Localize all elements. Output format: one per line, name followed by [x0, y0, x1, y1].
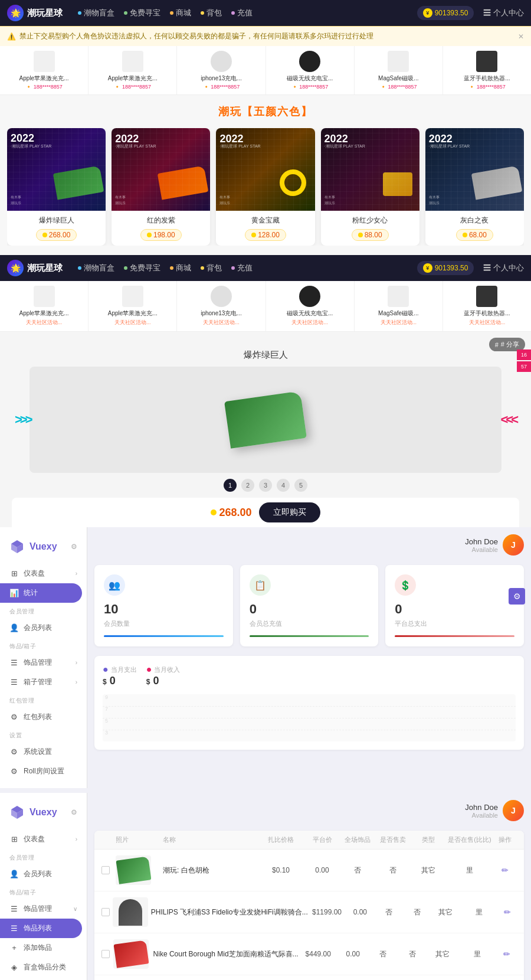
ornament-label-2: 饰品管理: [24, 904, 52, 914]
strip-seller-2: 🔸 188****8857: [195, 84, 248, 90]
fab-settings-button[interactable]: ⚙: [509, 588, 525, 605]
price-badge-4[interactable]: 68.00: [456, 229, 493, 241]
sidebar-stats-1[interactable]: 📊 统计: [0, 583, 82, 603]
price-badge-2[interactable]: 128.00: [245, 229, 286, 241]
strip-item-4[interactable]: MagSafe磁吸... 🔸 188****8857: [355, 46, 443, 94]
card-3[interactable]: 2022 ·潮玩星球 PLAY STAR 有木事 潮玩乐 粉红少女心 88.00: [321, 128, 419, 246]
strip2-item-1[interactable]: Apple苹果激光充... 天天社区活动...: [88, 281, 177, 331]
strip2-item-2[interactable]: iphone13充电... 天天社区活动...: [177, 281, 266, 331]
nav-logo[interactable]: 🌟 潮玩星球: [7, 5, 63, 21]
row2-top: 否: [368, 949, 398, 959]
sidebar-box-1[interactable]: ☰ 箱子管理 ›: [0, 672, 87, 692]
sidebar-settings-icon-1[interactable]: ⚙: [71, 543, 77, 551]
sidebar-settings-icon-2[interactable]: ⚙: [71, 808, 77, 816]
strip-thumb-5: [476, 51, 497, 72]
strip-thumb-1: [122, 51, 143, 72]
nav-coins: ¥ 901393.50: [417, 6, 474, 20]
sidebar-ornament-mgmt-2[interactable]: ☰ 饰品管理 ∨: [0, 899, 87, 919]
header-img: 照片: [116, 835, 163, 844]
admin-sidebar-2: Vuexy ⚙ ⊞ 仪表盘 › 会员管理 👤 会员列表 饰品/箱子 ☰ 饰品管理…: [0, 793, 87, 980]
nav-item-recharge[interactable]: 充值: [231, 8, 253, 18]
sidebar-icon-2[interactable]: 57: [517, 361, 531, 372]
carousel-dot-2[interactable]: 2: [241, 479, 254, 492]
detail-nav-bag[interactable]: 背包: [201, 263, 222, 273]
detail-nav-treasure[interactable]: 免费寻宝: [124, 263, 160, 273]
sidebar-dashboard-1[interactable]: ⊞ 仪表盘 ›: [0, 564, 87, 583]
sidebar-add-item-2[interactable]: + 添加饰品: [0, 938, 87, 958]
sidebar-icon-1[interactable]: 16: [517, 349, 531, 360]
edit-btn-0[interactable]: ✏: [502, 865, 509, 875]
sidebar-member-list-1[interactable]: 👤 会员列表: [0, 618, 87, 638]
chart-income-label: ● 当月收入: [146, 664, 181, 675]
strip-item-3[interactable]: 磁吸无线充电宝... 🔸 188****8857: [266, 46, 355, 94]
strip-item-0[interactable]: Apple苹果激光充... 🔸 188****8857: [0, 46, 88, 94]
card-1[interactable]: 2022 ·潮玩星球 PLAY STAR 有木事 潮玩乐 红的发紫 198.00: [112, 128, 210, 246]
carousel-dot-4[interactable]: 4: [277, 479, 290, 492]
row0-sale: 否: [375, 865, 411, 876]
alert-close-button[interactable]: ✕: [518, 32, 524, 41]
ornament-list-label-2: 饰品列表: [24, 923, 52, 933]
nav-item-bag[interactable]: 背包: [201, 8, 222, 18]
strip2-item-3[interactable]: 磁吸无线充电宝... 天天社区活动...: [266, 281, 355, 331]
carousel-dot-1[interactable]: 1: [224, 479, 237, 492]
sidebar-roll-settings-1[interactable]: ⚙ Roll房间设置: [0, 762, 87, 781]
sidebar-dashboard-2[interactable]: ⊞ 仪表盘 ›: [0, 829, 87, 849]
strip-item-2[interactable]: iphone13充电... 🔸 188****8857: [177, 46, 266, 94]
strip-thumb-0: [34, 51, 55, 72]
checkbox-1[interactable]: [101, 908, 110, 916]
chart-y-7: 7: [105, 706, 108, 712]
sidebar-lucky-2[interactable]: ◈ 幸运饰品分类: [0, 977, 87, 980]
carousel-right-arrows[interactable]: <<<: [500, 412, 516, 427]
admin-user-status-1: Available: [465, 546, 498, 553]
product-table: 照片 名称 扎比价格 平台价 全场饰品 是否售卖 类型 是否在售(比比) 操作: [94, 831, 524, 980]
strip2-item-0[interactable]: Apple苹果激光充... 天天社区活动...: [0, 281, 88, 331]
row2-action: ✏: [497, 949, 517, 959]
sidebar-system-settings-1[interactable]: ⚙ 系统设置: [0, 742, 87, 762]
checkbox-2[interactable]: [101, 950, 110, 958]
sidebar-member-list-2[interactable]: 👤 会员列表: [0, 864, 87, 884]
strip2-item-4[interactable]: MagSafe磁吸... 天天社区活动...: [355, 281, 443, 331]
card-2[interactable]: 2022 ·潮玩星球 PLAY STAR 有木事 潮玩乐 黄金宝藏 128.00: [216, 128, 314, 246]
header-name: 名称: [163, 835, 257, 844]
sidebar-ornament-1[interactable]: ☰ 饰品管理 ›: [0, 653, 87, 672]
main-nav: 🌟 潮玩星球 潮物盲盒 免费寻宝 商城 背包 充值 ¥ 901393.50: [0, 0, 531, 26]
price-badge-0[interactable]: 268.00: [36, 229, 77, 241]
detail-nav-boxes[interactable]: 潮物盲盒: [78, 263, 114, 273]
carousel-left-arrows[interactable]: >>>: [15, 412, 31, 427]
store-detail-section: 🌟 潮玩星球 潮物盲盒 免费寻宝 商城 背包 充值 ¥ 901393.50: [0, 255, 531, 527]
price-badge-3[interactable]: 88.00: [352, 229, 389, 241]
nav-item-treasure[interactable]: 免费寻宝: [124, 8, 160, 18]
card-4[interactable]: 2022 ·潮玩星球 PLAY STAR 有木事 潮玩乐 灰白之夜 68.00: [425, 128, 524, 246]
nav-item-boxes[interactable]: 潮物盲盒: [78, 8, 114, 18]
card-0[interactable]: 2022 ·潮玩星球 PLAY STAR 有木事 潮玩乐 爆炸绿巨人: [7, 128, 106, 246]
nav-item-shop[interactable]: 商城: [170, 8, 191, 18]
carousel-dot-3[interactable]: 3: [259, 479, 272, 492]
checkbox-0[interactable]: [101, 866, 110, 874]
ornament-icon-1: ☰: [9, 658, 19, 668]
admin-main-2: John Doe Available J 照片 名称 扎比价格 平台价 全场饰品…: [87, 793, 531, 980]
system-label-1: 系统设置: [24, 747, 52, 757]
detail-nav-shop[interactable]: 商城: [170, 263, 191, 273]
card-info-1: 红的发紫 198.00: [112, 211, 210, 246]
row0-stock: 里: [446, 865, 493, 876]
carousel-dot-5[interactable]: 5: [294, 479, 307, 492]
buy-now-button[interactable]: 立即购买: [259, 502, 320, 522]
edit-btn-2[interactable]: ✏: [503, 949, 510, 959]
headphones-img: [119, 899, 142, 926]
nav-user-center[interactable]: ☰ 个人中心: [483, 8, 524, 18]
sidebar-coupon-1[interactable]: ⚙ 红包列表: [0, 707, 87, 727]
strip-item-5[interactable]: 蓝牙手机散热器... 🔸 188****8857: [443, 46, 531, 94]
strip-item-1[interactable]: Apple苹果激光充... 🔸 188****8857: [88, 46, 177, 94]
sidebar-ornament-list-2[interactable]: ☰ 饰品列表: [0, 919, 82, 938]
detail-dot-shop: [170, 266, 173, 270]
detail-user-center[interactable]: ☰ 个人中心: [483, 263, 524, 273]
shoe-red-img: [113, 940, 149, 968]
detail-nav-logo[interactable]: 🌟 潮玩星球: [7, 260, 63, 276]
row0-type: 其它: [411, 865, 446, 876]
edit-btn-1[interactable]: ✏: [504, 907, 511, 917]
admin-header-2: John Doe Available J: [94, 800, 524, 821]
detail-nav-recharge[interactable]: 充值: [231, 263, 253, 273]
strip2-item-5[interactable]: 蓝牙手机散热器... 天天社区活动...: [443, 281, 531, 331]
sidebar-blind-box-2[interactable]: ◈ 盲盒饰品分类: [0, 958, 87, 977]
price-badge-1[interactable]: 198.00: [140, 229, 182, 241]
